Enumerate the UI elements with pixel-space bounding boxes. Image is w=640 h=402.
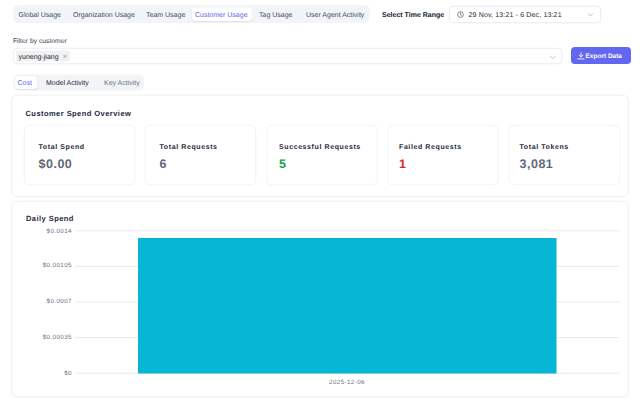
svg-text:$0.0007: $0.0007 bbox=[47, 298, 72, 305]
svg-text:$0.0014: $0.0014 bbox=[47, 228, 72, 235]
svg-text:2025-12-06: 2025-12-06 bbox=[329, 379, 365, 386]
svg-text:$0.00035: $0.00035 bbox=[43, 334, 72, 341]
svg-text:$0.00105: $0.00105 bbox=[43, 262, 72, 269]
svg-text:$0: $0 bbox=[64, 370, 72, 377]
